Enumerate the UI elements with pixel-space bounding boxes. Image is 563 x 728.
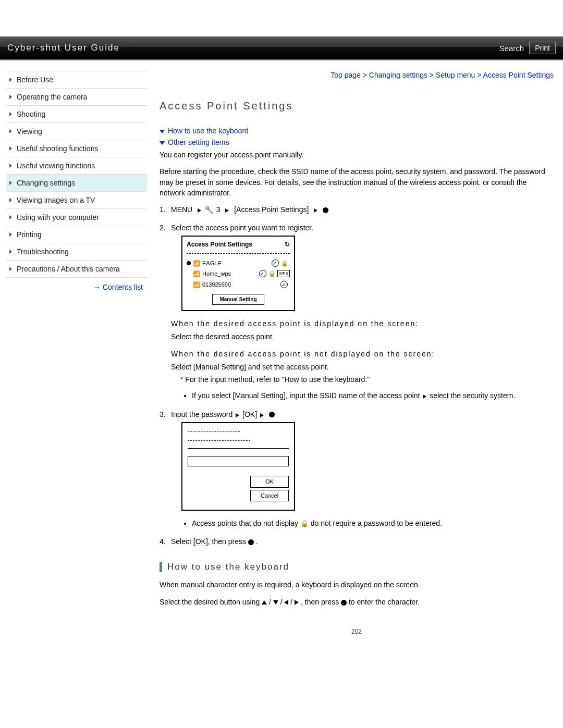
when-not-displayed-heading: When the desired access point is not dis…: [171, 349, 554, 360]
nav-item[interactable]: Using with your computer: [6, 209, 147, 226]
nav-item[interactable]: Shooting: [6, 106, 147, 123]
up-icon: [262, 598, 267, 606]
refresh-icon: ↻: [285, 240, 290, 249]
arrow-right-icon: [224, 205, 230, 216]
breadcrumb[interactable]: Top page > Changing settings > Setup men…: [160, 71, 554, 79]
nav-item[interactable]: Operating the camera: [6, 89, 147, 106]
lock-note-item: Access points that do not display 🔒 do n…: [192, 518, 554, 529]
manual-setting-button: Manual Setting: [212, 294, 264, 305]
step-1: 1. MENU 🔧 3 [Access Point Settings]: [160, 204, 554, 216]
access-point-row: 📶013925590: [187, 279, 290, 290]
sidebar: Before UseOperating the cameraShootingVi…: [6, 71, 147, 646]
screenshot-access-point-list: Access Point Settings ↻ 📶EAGLE🔒📶Home_wps…: [181, 236, 295, 312]
page-number: 202: [160, 628, 554, 635]
keyboard-para-1: When manual character entry is required,…: [160, 579, 554, 590]
cancel-button: Cancel: [250, 490, 289, 502]
anchor-other-settings[interactable]: Other setting items: [160, 138, 554, 146]
section-how-to-keyboard: How to use the keyboard: [160, 562, 554, 572]
header-actions: Search Print: [499, 42, 556, 54]
step-4: 4. Select [OK], then press .: [160, 536, 554, 547]
manual-bullet-item: If you select [Manual Setting], input th…: [192, 390, 554, 402]
center-button-icon: [269, 412, 275, 417]
search-link[interactable]: Search: [499, 44, 524, 53]
step1-num: 3: [216, 205, 221, 214]
center-button-icon: [341, 600, 347, 606]
when-not-displayed-text: Select [Manual Setting] and set the acce…: [171, 362, 554, 372]
star-note: * For the input method, refer to "How to…: [171, 374, 554, 385]
shot1-title: Access Point Settings: [187, 240, 252, 249]
access-point-row: 📶Home_wps🔒WPS: [187, 268, 290, 279]
nav-item[interactable]: Viewing: [6, 123, 147, 140]
manual-setting-bullet: If you select [Manual Setting], input th…: [171, 390, 554, 402]
contents-list-link[interactable]: Contents list: [93, 283, 143, 291]
nav-item[interactable]: Useful shooting functions: [6, 140, 147, 157]
down-icon: [273, 598, 278, 606]
intro-1: You can register your access point manua…: [160, 150, 554, 160]
anchor-how-to-keyboard[interactable]: How to use the keyboard: [160, 127, 554, 135]
nav-item[interactable]: Useful viewing functions: [6, 157, 147, 175]
ok-button: OK: [250, 476, 289, 488]
screenshot-password-input: OK Cancel: [181, 422, 295, 511]
step1-target: [Access Point Settings]: [234, 205, 309, 214]
contents-list-wrap: Contents list: [6, 278, 147, 291]
arrow-right-icon: [313, 205, 319, 216]
step-3: 3. Input the password [OK] OK Cancel: [160, 409, 554, 529]
intro-2: Before starting the procedure, check the…: [160, 166, 554, 198]
arrow-right-icon: [235, 409, 240, 420]
anchor-links: How to use the keyboard Other setting it…: [160, 127, 554, 146]
right-icon: [295, 598, 299, 606]
step2-text: Select the access point you want to regi…: [171, 224, 313, 232]
when-displayed-text: Select the desired access point.: [171, 331, 554, 342]
left-icon: [284, 598, 288, 606]
password-field: [188, 456, 289, 466]
nav-item[interactable]: Troubleshooting: [6, 243, 147, 261]
arrow-right-icon: [197, 205, 202, 216]
page-title: Access Point Settings: [160, 100, 554, 112]
lock-icon: 🔒: [300, 520, 309, 527]
nav-list: Before UseOperating the cameraShootingVi…: [6, 71, 147, 278]
nav-item[interactable]: Printing: [6, 226, 147, 243]
arrow-right-icon: [422, 391, 427, 402]
nav-item[interactable]: Precautions / About this camera: [6, 261, 147, 278]
center-button-icon: [323, 207, 328, 213]
access-point-row: 📶EAGLE🔒: [187, 258, 290, 269]
when-displayed-heading: When the desired access point is display…: [171, 318, 554, 329]
wrench-icon: 🔧: [204, 204, 214, 216]
nav-item[interactable]: Changing settings: [6, 175, 147, 192]
nav-item[interactable]: Viewing images on a TV: [6, 192, 147, 209]
steps-list: 1. MENU 🔧 3 [Access Point Settings] 2. S…: [160, 204, 554, 547]
main-content: Top page > Changing settings > Setup men…: [147, 71, 554, 646]
step-2: 2. Select the access point you want to r…: [160, 223, 554, 402]
arrow-right-icon: [259, 409, 265, 420]
keyboard-para-2: Select the desired button using / / / , …: [160, 597, 554, 607]
center-button-icon: [248, 539, 254, 545]
header-bar: Cyber-shot User Guide Search Print: [0, 36, 563, 60]
lock-note-bullet: Access points that do not display 🔒 do n…: [171, 518, 554, 529]
app-title: Cyber-shot User Guide: [7, 43, 120, 53]
print-button[interactable]: Print: [529, 42, 556, 54]
step1-menu: MENU: [171, 205, 192, 214]
page-body: Before UseOperating the cameraShootingVi…: [0, 60, 563, 646]
nav-item[interactable]: Before Use: [6, 71, 147, 89]
